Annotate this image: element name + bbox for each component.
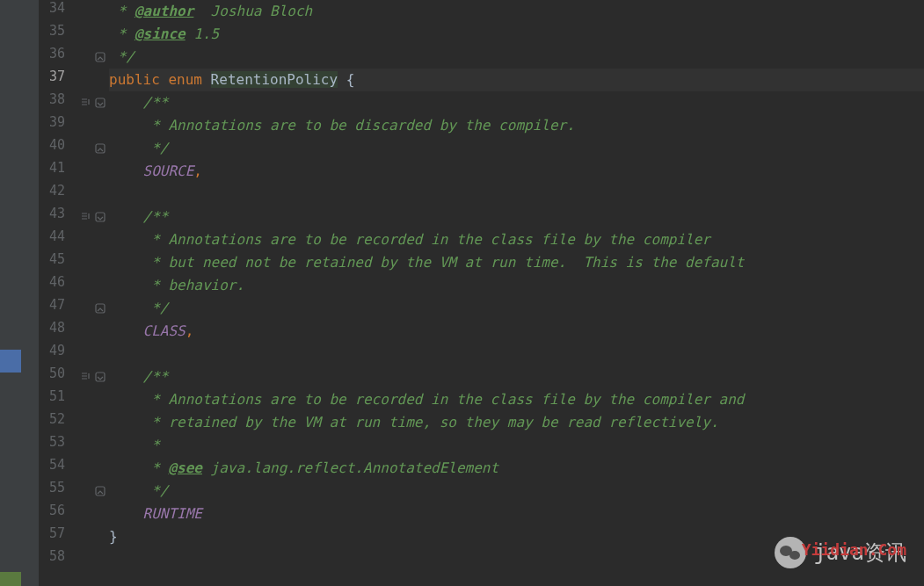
scroll-marker[interactable] (0, 350, 21, 373)
fold-toggle-icon[interactable] (95, 303, 105, 314)
fold-gutter[interactable] (74, 525, 109, 548)
fold-gutter[interactable] (74, 0, 109, 23)
line-number[interactable]: 46 (39, 274, 74, 297)
fold-gutter[interactable] (74, 365, 109, 388)
fold-gutter[interactable] (74, 388, 109, 411)
fold-toggle-icon[interactable] (95, 372, 105, 382)
code-row[interactable]: 56 RUNTIME (39, 503, 924, 525)
code-line[interactable]: * (109, 434, 924, 457)
line-number[interactable]: 43 (39, 206, 74, 228)
code-line[interactable]: SOURCE, (109, 160, 924, 183)
fold-gutter[interactable] (74, 69, 109, 91)
code-line[interactable]: * retained by the VM at run time, so the… (109, 411, 924, 434)
code-row[interactable]: 49 (39, 343, 924, 365)
code-row[interactable]: 43 /** (39, 206, 924, 228)
fold-gutter[interactable] (74, 183, 109, 206)
code-row[interactable]: 53 * (39, 434, 924, 457)
code-row[interactable]: 42 (39, 183, 924, 206)
fold-toggle-icon[interactable] (95, 143, 105, 154)
code-row[interactable]: 45 * but need not be retained by the VM … (39, 251, 924, 274)
line-number[interactable]: 54 (39, 457, 74, 480)
fold-gutter[interactable] (74, 160, 109, 183)
code-row[interactable]: 54 * @see java.lang.reflect.AnnotatedEle… (39, 457, 924, 480)
fold-gutter[interactable] (74, 137, 109, 160)
code-row[interactable]: 52 * retained by the VM at run time, so … (39, 411, 924, 434)
code-line[interactable]: * Annotations are to be recorded in the … (109, 228, 924, 251)
line-number[interactable]: 51 (39, 388, 74, 411)
fold-gutter[interactable] (74, 548, 109, 571)
line-number[interactable]: 44 (39, 228, 74, 251)
fold-gutter[interactable] (74, 434, 109, 457)
code-line[interactable]: */ (109, 480, 924, 503)
code-line[interactable]: */ (109, 297, 924, 320)
fold-toggle-icon[interactable] (95, 52, 105, 62)
code-row[interactable]: 50 /** (39, 365, 924, 388)
line-number[interactable]: 41 (39, 160, 74, 183)
line-number[interactable]: 52 (39, 411, 74, 434)
code-line[interactable]: CLASS, (109, 320, 924, 343)
line-number[interactable]: 49 (39, 343, 74, 365)
code-line[interactable]: /** (109, 206, 924, 228)
code-line[interactable]: */ (109, 46, 924, 69)
code-line[interactable] (109, 343, 924, 365)
line-number[interactable]: 39 (39, 114, 74, 137)
line-number[interactable]: 45 (39, 251, 74, 274)
code-row[interactable]: 51 * Annotations are to be recorded in t… (39, 388, 924, 411)
fold-gutter[interactable] (74, 91, 109, 114)
fold-gutter[interactable] (74, 503, 109, 525)
line-number[interactable]: 36 (39, 46, 74, 69)
fold-gutter[interactable] (74, 274, 109, 297)
line-number[interactable]: 37 (39, 69, 74, 91)
line-number[interactable]: 40 (39, 137, 74, 160)
editor-main[interactable]: 34 * @author Joshua Bloch35 * @since 1.5… (39, 0, 924, 586)
scroll-marker-bottom[interactable] (0, 572, 21, 586)
code-line[interactable]: */ (109, 137, 924, 160)
fold-gutter[interactable] (74, 114, 109, 137)
code-line[interactable]: * @see java.lang.reflect.AnnotatedElemen… (109, 457, 924, 480)
line-number[interactable]: 47 (39, 297, 74, 320)
fold-gutter[interactable] (74, 343, 109, 365)
code-line[interactable]: public enum RetentionPolicy { (109, 69, 924, 91)
line-number[interactable]: 34 (39, 0, 74, 23)
line-number[interactable]: 48 (39, 320, 74, 343)
code-line[interactable]: /** (109, 365, 924, 388)
fold-gutter[interactable] (74, 480, 109, 503)
fold-gutter[interactable] (74, 297, 109, 320)
line-number[interactable]: 55 (39, 480, 74, 503)
code-row[interactable]: 36 */ (39, 46, 924, 69)
line-number[interactable]: 58 (39, 548, 74, 571)
code-row[interactable]: 48 CLASS, (39, 320, 924, 343)
code-row[interactable]: 41 SOURCE, (39, 160, 924, 183)
code-row[interactable]: 39 * Annotations are to be discarded by … (39, 114, 924, 137)
code-line[interactable]: /** (109, 91, 924, 114)
fold-toggle-icon[interactable] (95, 98, 105, 108)
code-line[interactable]: * @author Joshua Bloch (109, 0, 924, 23)
code-line[interactable]: * behavior. (109, 274, 924, 297)
code-line[interactable]: * but need not be retained by the VM at … (109, 251, 924, 274)
fold-gutter[interactable] (74, 46, 109, 69)
code-row[interactable]: 37public enum RetentionPolicy { (39, 69, 924, 91)
code-row[interactable]: 46 * behavior. (39, 274, 924, 297)
fold-gutter[interactable] (74, 251, 109, 274)
code-row[interactable]: 34 * @author Joshua Bloch (39, 0, 924, 23)
code-row[interactable]: 35 * @since 1.5 (39, 23, 924, 46)
line-number[interactable]: 38 (39, 91, 74, 114)
fold-gutter[interactable] (74, 206, 109, 228)
fold-toggle-icon[interactable] (95, 212, 105, 222)
code-row[interactable]: 47 */ (39, 297, 924, 320)
line-number[interactable]: 56 (39, 503, 74, 525)
fold-toggle-icon[interactable] (95, 486, 105, 496)
code-row[interactable]: 40 */ (39, 137, 924, 160)
code-row[interactable]: 55 */ (39, 480, 924, 503)
line-number[interactable]: 50 (39, 365, 74, 388)
code-line[interactable]: * Annotations are to be discarded by the… (109, 114, 924, 137)
code-line[interactable]: RUNTIME (109, 503, 924, 525)
code-row[interactable]: 38 /** (39, 91, 924, 114)
code-row[interactable]: 44 * Annotations are to be recorded in t… (39, 228, 924, 251)
fold-gutter[interactable] (74, 228, 109, 251)
code-line[interactable]: * @since 1.5 (109, 23, 924, 46)
line-number[interactable]: 35 (39, 23, 74, 46)
code-line[interactable]: * Annotations are to be recorded in the … (109, 388, 924, 411)
line-number[interactable]: 42 (39, 183, 74, 206)
fold-gutter[interactable] (74, 411, 109, 434)
